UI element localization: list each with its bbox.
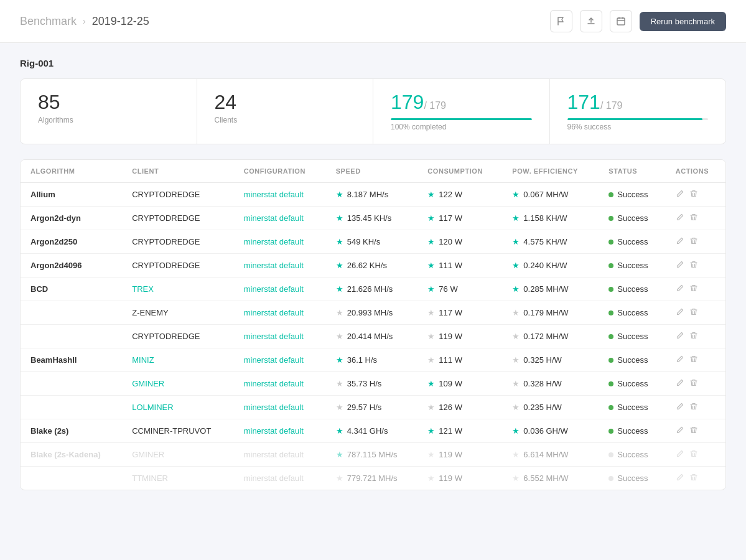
- delete-action-icon[interactable]: [689, 449, 698, 460]
- col-speed: Speed: [326, 160, 418, 183]
- edit-action-icon[interactable]: [676, 449, 684, 460]
- pow-cell: ★0.285 MH/W: [512, 284, 589, 294]
- edit-action-icon[interactable]: [676, 331, 684, 342]
- export-button[interactable]: [580, 10, 602, 32]
- edit-action-icon[interactable]: [676, 236, 684, 247]
- breadcrumb: Benchmark › 2019-12-25: [20, 15, 149, 28]
- status-cell: Success: [608, 308, 655, 317]
- client-name: LOLMINER: [132, 403, 173, 412]
- table-row: AlliumCRYPTODREDGEminerstat default★8.18…: [21, 183, 725, 207]
- speed-cell: ★787.115 MH/s: [336, 450, 408, 459]
- main-content: Rig-001 85 Algorithms 24 Clients 179/ 17…: [0, 43, 746, 505]
- star-icon: ★: [336, 355, 343, 365]
- config-link[interactable]: minerstat default: [244, 190, 304, 199]
- config-link[interactable]: minerstat default: [244, 213, 304, 223]
- config-link[interactable]: minerstat default: [244, 284, 304, 294]
- edit-action-icon[interactable]: [676, 355, 684, 365]
- status-label: Success: [617, 237, 648, 246]
- delete-action-icon[interactable]: [689, 378, 698, 389]
- delete-action-icon[interactable]: [689, 213, 698, 223]
- pow-value: 0.285 MH/W: [523, 284, 568, 294]
- delete-action-icon[interactable]: [689, 426, 698, 436]
- config-link[interactable]: minerstat default: [244, 379, 304, 388]
- stat-label-algorithms: Algorithms: [38, 116, 179, 124]
- delete-action-icon[interactable]: [689, 260, 698, 271]
- speed-cell: ★4.341 GH/s: [336, 426, 408, 436]
- star-icon: ★: [512, 237, 520, 246]
- config-link[interactable]: minerstat default: [244, 426, 304, 436]
- config-link[interactable]: minerstat default: [244, 403, 304, 412]
- config-link[interactable]: minerstat default: [244, 355, 304, 365]
- status-cell: Success: [608, 450, 655, 459]
- client-name: GMINER: [132, 450, 164, 459]
- edit-action-icon[interactable]: [676, 473, 684, 483]
- pow-value: 6.552 MH/W: [523, 474, 568, 483]
- delete-action-icon[interactable]: [689, 355, 698, 365]
- client-name: CRYPTODREDGE: [132, 237, 200, 246]
- stat-progress-fill-completed: [391, 118, 532, 120]
- edit-action-icon[interactable]: [676, 378, 684, 389]
- config-link[interactable]: minerstat default: [244, 450, 304, 459]
- config-link[interactable]: minerstat default: [244, 474, 304, 483]
- calendar-button[interactable]: [610, 10, 632, 32]
- star-icon: ★: [427, 474, 435, 483]
- delete-action-icon[interactable]: [689, 307, 698, 318]
- status-label: Success: [617, 308, 648, 317]
- pow-cell: ★6.614 MH/W: [512, 450, 589, 459]
- config-link[interactable]: minerstat default: [244, 308, 304, 317]
- delete-action-icon[interactable]: [689, 402, 698, 413]
- algo-name: Argon2d4096: [30, 261, 82, 270]
- edit-action-icon[interactable]: [676, 260, 684, 271]
- config-link[interactable]: minerstat default: [244, 237, 304, 246]
- star-icon: ★: [336, 474, 343, 483]
- delete-action-icon[interactable]: [689, 236, 698, 247]
- edit-action-icon[interactable]: [676, 213, 684, 223]
- delete-action-icon[interactable]: [689, 473, 698, 483]
- actions-cell: [676, 426, 716, 436]
- stat-number-completed-value: 179: [391, 91, 424, 113]
- stat-number-completed: 179/ 179: [391, 91, 532, 113]
- star-icon: ★: [512, 426, 520, 436]
- config-link[interactable]: minerstat default: [244, 261, 304, 270]
- star-icon: ★: [336, 237, 343, 246]
- edit-action-icon[interactable]: [676, 189, 684, 200]
- status-label: Success: [617, 403, 648, 412]
- actions-cell: [676, 189, 716, 200]
- status-cell: Success: [608, 426, 655, 436]
- status-label: Success: [617, 355, 648, 365]
- flag-button[interactable]: [550, 10, 572, 32]
- speed-value: 779.721 MH/s: [347, 474, 398, 483]
- star-icon: ★: [427, 403, 435, 412]
- star-icon: ★: [427, 261, 435, 270]
- algo-name: Allium: [30, 190, 55, 199]
- stat-card-clients: 24 Clients: [197, 79, 374, 144]
- edit-action-icon[interactable]: [676, 426, 684, 436]
- table-row: CRYPTODREDGEminerstat default★20.414 MH/…: [21, 325, 725, 348]
- star-icon: ★: [512, 403, 520, 412]
- rerun-benchmark-button[interactable]: Rerun benchmark: [640, 12, 726, 31]
- status-dot: [608, 381, 613, 386]
- calendar-icon: [616, 16, 626, 26]
- consumption-value: 119 W: [439, 474, 462, 483]
- breadcrumb-sep: ›: [83, 16, 86, 26]
- actions-cell: [676, 307, 716, 318]
- breadcrumb-link[interactable]: Benchmark: [20, 15, 77, 28]
- col-pow-efficiency: Pow. Efficiency: [502, 160, 599, 183]
- pow-value: 0.179 MH/W: [523, 308, 568, 317]
- delete-action-icon[interactable]: [689, 189, 698, 200]
- status-cell: Success: [608, 379, 655, 388]
- config-link[interactable]: minerstat default: [244, 332, 304, 341]
- actions-cell: [676, 449, 716, 460]
- star-icon: ★: [336, 261, 343, 270]
- delete-action-icon[interactable]: [689, 284, 698, 294]
- speed-cell: ★8.187 MH/s: [336, 190, 408, 199]
- edit-action-icon[interactable]: [676, 402, 684, 413]
- delete-action-icon[interactable]: [689, 331, 698, 342]
- star-icon: ★: [512, 379, 520, 388]
- edit-action-icon[interactable]: [676, 307, 684, 318]
- speed-cell: ★26.62 KH/s: [336, 261, 408, 270]
- edit-action-icon[interactable]: [676, 284, 684, 294]
- pow-cell: ★1.158 KH/W: [512, 213, 589, 223]
- consumption-cell: ★117 W: [427, 308, 492, 317]
- star-icon: ★: [427, 213, 435, 223]
